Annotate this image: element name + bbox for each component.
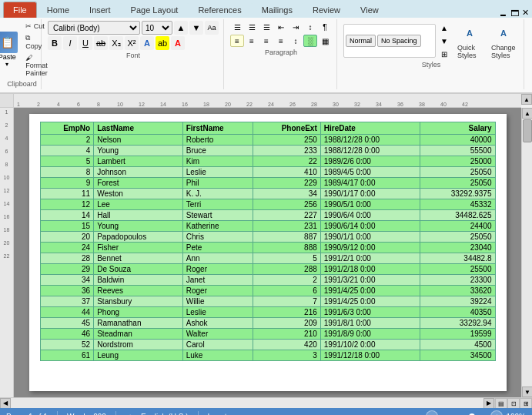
table-row: 37StansburyWillie71991/4/25 0:0039224 — [40, 296, 495, 307]
text-effects-button[interactable]: A — [140, 36, 154, 50]
tab-page-layout[interactable]: Page Layout — [121, 2, 189, 18]
table-cell: Phil — [182, 178, 253, 189]
table-cell: 33292.9375 — [420, 189, 495, 199]
sort-button[interactable]: ↕ — [303, 21, 317, 33]
line-spacing-button[interactable]: ↕ — [289, 35, 303, 47]
full-screen-button[interactable]: ⊡ — [507, 398, 520, 408]
font-family-select[interactable]: Calibri (Body) — [48, 21, 140, 35]
styles-more[interactable]: ⊞ — [437, 48, 451, 60]
align-center-button[interactable]: ≡ — [245, 35, 259, 47]
align-right-button[interactable]: ≡ — [259, 35, 273, 47]
col-firstname: FirstName — [182, 122, 253, 135]
table-cell: 55500 — [420, 146, 495, 156]
print-layout-button[interactable]: ▤ — [495, 398, 507, 408]
table-cell: 1989/2/6 0:00 — [320, 156, 420, 167]
align-left-button[interactable]: ≡ — [230, 35, 244, 47]
zoom-in-button[interactable]: + — [490, 410, 503, 415]
table-cell: 250 — [253, 135, 320, 146]
table-cell: 24400 — [420, 221, 495, 232]
table-cell: 1991/6/3 0:00 — [320, 307, 420, 318]
strikethrough-button[interactable]: ab — [94, 36, 108, 50]
table-cell: 34500 — [420, 350, 495, 361]
scroll-left-button[interactable]: ◀ — [0, 398, 11, 409]
table-row: 29De SouzaRoger2881991/2/18 0:0025500 — [40, 264, 495, 275]
bullets-button[interactable]: ☰ — [230, 21, 244, 33]
table-header-row: EmpNo LastName FirstName PhoneExt HireDa… — [40, 122, 495, 135]
tab-view[interactable]: View — [350, 2, 389, 18]
table-cell: Terri — [182, 199, 253, 210]
paste-button[interactable]: 📋 Paste ▾ — [0, 30, 21, 69]
tab-review[interactable]: Review — [303, 2, 350, 18]
tab-references[interactable]: References — [188, 2, 251, 18]
table-cell: Walter — [182, 329, 253, 340]
styles-scroll-up[interactable]: ▲ — [437, 22, 451, 34]
table-cell: 231 — [253, 221, 320, 232]
style-normal[interactable]: Normal — [346, 35, 376, 47]
scroll-track[interactable] — [522, 119, 532, 387]
table-cell: 23300 — [420, 275, 495, 286]
subscript-button[interactable]: X₂ — [109, 36, 123, 50]
paste-dropdown[interactable]: ▾ — [5, 61, 8, 68]
table-cell: Luke — [182, 350, 253, 361]
table-cell: Leslie — [182, 167, 253, 178]
style-no-spacing[interactable]: No Spacing — [377, 35, 421, 47]
zoom-percent: 100% — [506, 413, 526, 416]
tab-home[interactable]: Home — [37, 2, 79, 18]
increase-font-button[interactable]: ▲ — [174, 21, 188, 35]
zoom-out-button[interactable]: − — [426, 410, 438, 415]
numbering-button[interactable]: ☰ — [245, 21, 259, 33]
table-cell: 887 — [253, 232, 320, 243]
scroll-up-button[interactable]: ▲ — [522, 108, 532, 119]
tab-file[interactable]: File — [3, 2, 37, 18]
scroll-right-button[interactable]: ▶ — [483, 398, 494, 409]
highlight-button[interactable]: ab — [156, 36, 169, 50]
multilevel-button[interactable]: ☰ — [259, 21, 273, 33]
table-cell: Katherine — [182, 221, 253, 232]
close-icon[interactable]: ✕ — [522, 8, 529, 18]
tab-insert[interactable]: Insert — [79, 2, 121, 18]
col-hiredate: HireDate — [320, 122, 420, 135]
minimize-icon[interactable]: 🗕 — [499, 8, 507, 18]
underline-button[interactable]: U — [79, 36, 92, 50]
table-cell: Ashok — [182, 318, 253, 329]
col-phoneext: PhoneExt — [253, 122, 320, 135]
font-color-button[interactable]: A — [171, 36, 185, 50]
tab-mailings[interactable]: Mailings — [252, 2, 303, 18]
document-wrapper: 1 2 4 6 8 10 12 14 16 18 20 22 24 26 28 … — [0, 94, 532, 408]
table-cell: 1991/3/21 0:00 — [320, 275, 420, 286]
scrollbar-top-button[interactable]: ▲ — [521, 94, 532, 105]
table-cell: Hall — [94, 210, 183, 221]
document-scroll[interactable]: EmpNo LastName FirstName PhoneExt HireDa… — [14, 108, 521, 397]
table-cell: 233 — [253, 146, 320, 156]
ruler-ticks: 1 2 4 6 8 10 12 14 16 18 20 22 24 26 28 … — [14, 94, 521, 107]
font-size-select[interactable]: 10 — [142, 21, 172, 35]
styles-scroll-down[interactable]: ▼ — [437, 35, 451, 47]
change-styles-button[interactable]: A Change Styles — [488, 21, 519, 61]
increase-indent-button[interactable]: ⇥ — [289, 21, 303, 33]
table-cell: Weston — [94, 189, 183, 199]
superscript-button[interactable]: X² — [125, 36, 139, 50]
table-cell: Nelson — [94, 135, 183, 146]
insert-mode-status[interactable]: Insert — [208, 413, 227, 416]
show-hide-button[interactable]: ¶ — [318, 21, 332, 33]
clear-format-button[interactable]: Aa — [205, 21, 219, 35]
table-cell: 34482.8 — [420, 253, 495, 264]
borders-button[interactable]: ▦ — [318, 35, 332, 47]
table-body: 2NelsonRoberto2501988/12/28 0:00400004Yo… — [40, 135, 495, 361]
web-layout-button[interactable]: ⊞ — [520, 398, 532, 408]
bold-button[interactable]: B — [48, 36, 62, 50]
decrease-font-button[interactable]: ▼ — [189, 21, 203, 35]
italic-button[interactable]: I — [63, 36, 77, 50]
justify-button[interactable]: ≡ — [274, 35, 288, 47]
decrease-indent-button[interactable]: ⇤ — [274, 21, 288, 33]
table-cell: Chris — [182, 232, 253, 243]
table-cell: 1989/4/17 0:00 — [320, 178, 420, 189]
shading-button[interactable]: ░ — [303, 35, 317, 47]
scroll-thumb[interactable] — [523, 119, 532, 142]
quick-styles-button[interactable]: A Quick Styles — [454, 21, 485, 61]
status-separator-1 — [57, 411, 58, 415]
scroll-down-button[interactable]: ▼ — [522, 387, 532, 397]
table-cell: Lambert — [94, 156, 183, 167]
maximize-icon[interactable]: 🗖 — [510, 8, 519, 18]
table-cell: 1991/2/1 0:00 — [320, 253, 420, 264]
